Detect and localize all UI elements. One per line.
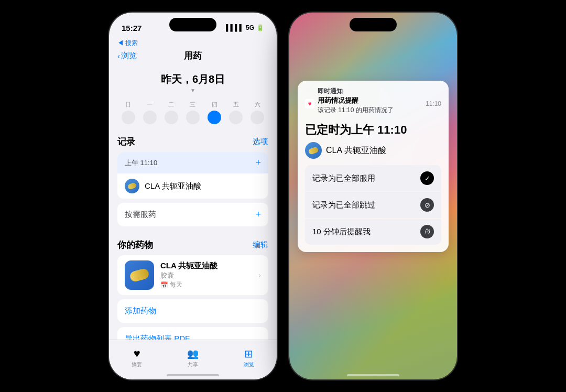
week-day-dot: [229, 111, 243, 124]
notif-title: 用药情况提醒: [318, 96, 394, 105]
records-title: 记录: [117, 136, 135, 148]
share-nav-icon: 👥: [187, 347, 199, 360]
week-day-label: 三: [190, 101, 195, 108]
notification-card[interactable]: ♥ 即时通知 用药情况提醒 该记录 11:10 的用药情况了 11:10 已定时…: [298, 81, 449, 252]
notif-app-row: ♥ 即时通知 用药情况提醒 该记录 11:10 的用药情况了: [305, 87, 394, 120]
home-indicator-right: [347, 374, 399, 376]
action-skip-all[interactable]: 记录为已全部跳过 ⊘: [305, 192, 441, 218]
action-buttons: 记录为已全部服用 ✓ 记录为已全部跳过 ⊘ 10 分钟后提醒我 ⏱: [305, 165, 441, 245]
your-meds-action[interactable]: 编辑: [253, 240, 268, 250]
take-all-label: 记录为已全部服用: [312, 173, 375, 183]
nav-bar: ‹ 浏览 用药: [109, 48, 277, 66]
week-day-sat[interactable]: 六: [251, 101, 264, 124]
notif-app-icon: ♥: [305, 99, 314, 108]
check-icon: ✓: [420, 171, 434, 185]
action-take-all[interactable]: 记录为已全部服用 ✓: [305, 165, 441, 191]
med-info-name: CLA 共轭亚油酸: [160, 261, 252, 271]
card-time: 上午 11:10: [125, 158, 157, 168]
tab-browse-label: 浏览: [244, 361, 254, 368]
page-title: 用药: [184, 50, 202, 62]
med-icon-small: [125, 179, 139, 193]
week-row: 日 一 二 三 四: [109, 97, 277, 127]
tab-summary[interactable]: ♥ 摘要: [130, 347, 143, 368]
skip-all-label: 记录为已全部跳过: [312, 200, 375, 210]
week-day-dot: [165, 111, 178, 124]
tab-share[interactable]: 👥 共享: [187, 347, 199, 368]
your-meds-title: 你的药物: [117, 239, 153, 251]
notif-scheduled-time: 已定时为上午 11:10: [305, 122, 441, 138]
week-day-dot-active: [208, 111, 221, 124]
date-header: 昨天，6月8日 ▼: [109, 66, 277, 97]
med-info-freq: 📅 每天: [160, 280, 252, 289]
notif-time: 11:10: [426, 100, 441, 107]
health-heart-icon: ♥: [308, 100, 311, 107]
notif-med-name: CLA 共轭亚油酸: [326, 145, 386, 156]
time-display: 15:27: [122, 24, 142, 32]
notif-med-row: CLA 共轭亚油酸: [305, 142, 441, 159]
on-demand-card: 按需服药 +: [117, 203, 268, 226]
date-title: 昨天，6月8日: [109, 72, 277, 86]
notif-subtitle: 该记录 11:10 的用药情况了: [318, 106, 394, 115]
remind-later-label: 10 分钟后提醒我: [312, 227, 371, 237]
med-row[interactable]: CLA 共轭亚油酸: [117, 173, 268, 199]
action-remind-later[interactable]: 10 分钟后提醒我 ⏱: [305, 219, 441, 245]
back-arrow-icon: ◀: [117, 39, 124, 47]
week-day-label: 日: [125, 101, 131, 108]
heart-nav-icon: ♥: [130, 347, 143, 360]
right-phone: ▌▌▌▌ 5G 🔋 ♥ 即时通知 用药情况提醒 该记录: [289, 13, 457, 379]
calendar-icon: 📅: [160, 281, 168, 289]
dynamic-island: [169, 18, 216, 31]
pill-sm-icon: [308, 146, 319, 155]
med-name-small: CLA 共轭亚油酸: [145, 181, 201, 191]
skip-icon: ⊘: [420, 198, 434, 212]
week-day-label: 五: [233, 101, 239, 108]
browse-nav-icon: ⊞: [243, 347, 255, 360]
on-demand-plus[interactable]: +: [255, 209, 261, 220]
week-day-label: 六: [255, 101, 260, 108]
search-hint[interactable]: ◀ ◀ 搜索 搜索: [109, 38, 277, 48]
on-demand-label: 按需服药: [125, 210, 156, 220]
week-day-label: 二: [168, 101, 174, 108]
clock-icon: ⏱: [420, 225, 434, 238]
tab-browse[interactable]: ⊞ 浏览: [243, 347, 255, 368]
notif-immediate-label: 即时通知: [318, 87, 394, 96]
records-section-header: 记录 选项: [109, 127, 277, 152]
time-slot-card: 上午 11:10 + CLA 共轭亚油酸: [117, 152, 268, 199]
network-label: 5G: [246, 24, 254, 31]
pill-icon: [127, 182, 137, 190]
your-med-card[interactable]: CLA 共轭亚油酸 胶囊 📅 每天 ›: [117, 255, 268, 295]
week-day-tue[interactable]: 二: [165, 101, 178, 124]
status-icons: ▌▌▌▌ 5G 🔋: [226, 24, 264, 31]
week-day-wed[interactable]: 三: [186, 101, 200, 124]
add-record-button[interactable]: +: [255, 157, 261, 168]
home-indicator-left: [167, 374, 219, 376]
card-time-row: 上午 11:10 +: [117, 152, 268, 173]
add-medication-button[interactable]: 添加药物: [117, 299, 268, 323]
chevron-left-icon: ‹: [117, 51, 120, 60]
week-day-mon[interactable]: 一: [143, 101, 157, 124]
bottom-nav: ♥ 摘要 👥 共享 ⊞ 浏览: [109, 340, 277, 379]
week-day-dot: [143, 111, 157, 124]
your-med-row[interactable]: CLA 共轭亚油酸 胶囊 📅 每天 ›: [117, 255, 268, 295]
week-day-label: 四: [212, 101, 217, 108]
notif-app-info: 即时通知 用药情况提醒 该记录 11:10 的用药情况了: [318, 87, 394, 120]
on-demand-row[interactable]: 按需服药 +: [117, 203, 268, 226]
notif-med-icon: [305, 142, 322, 159]
tab-share-label: 共享: [188, 361, 198, 368]
triangle-icon: ▼: [109, 88, 277, 93]
week-day-sun[interactable]: 日: [122, 101, 135, 124]
week-day-fri[interactable]: 五: [229, 101, 243, 124]
med-info: CLA 共轭亚油酸 胶囊 📅 每天: [160, 261, 252, 289]
left-phone: 15:27 ▌▌▌▌ 5G 🔋 ◀ ◀ 搜索 搜索 ‹ 浏览 用药 昨天: [109, 13, 277, 379]
scroll-area[interactable]: 昨天，6月8日 ▼ 日 一 二 三: [109, 66, 277, 354]
pill-large-icon: [129, 268, 150, 283]
records-action[interactable]: 选项: [253, 137, 268, 147]
your-meds-section-header: 你的药物 编辑: [109, 231, 277, 255]
dynamic-island-right: [350, 18, 397, 31]
notification-container: ♥ 即时通知 用药情况提醒 该记录 11:10 的用药情况了 11:10 已定时…: [298, 81, 449, 252]
back-button[interactable]: ‹ 浏览: [117, 51, 137, 61]
signal-icon: ▌▌▌▌: [226, 24, 244, 31]
week-day-thu[interactable]: 四: [208, 101, 221, 124]
week-day-label: 一: [147, 101, 153, 108]
week-day-dot: [122, 111, 135, 124]
